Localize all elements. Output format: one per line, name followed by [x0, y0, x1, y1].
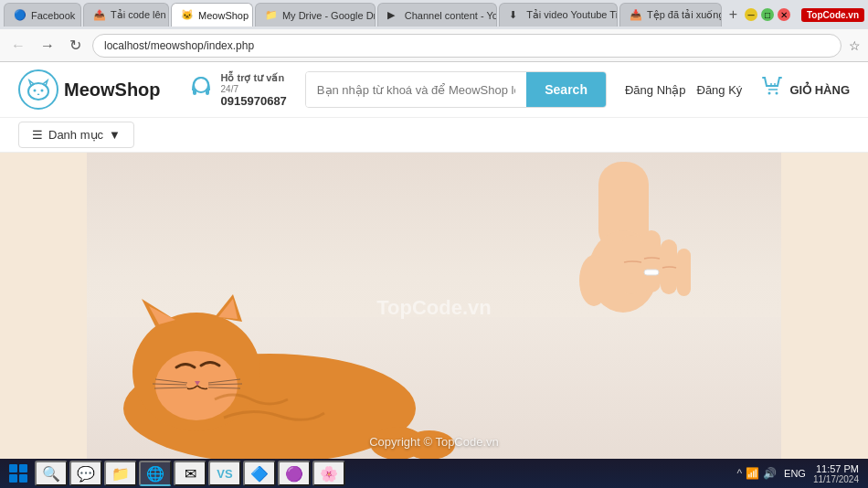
search-input[interactable]	[306, 72, 526, 107]
taskbar-app4-button[interactable]: 🌸	[312, 461, 345, 486]
svg-point-11	[770, 83, 772, 85]
tab-favicon-youtube: ▶	[387, 9, 400, 22]
svg-rect-34	[677, 249, 691, 296]
svg-point-10	[776, 92, 778, 95]
site-header: MeowShop Hỗ trợ tư vấn 24/7 0915970687 S…	[0, 62, 868, 118]
copyright-overlay: Copyright © TopCode.vn	[369, 435, 499, 449]
taskbar-app3-button[interactable]: 🟣	[278, 461, 311, 486]
taskbar-chat-button[interactable]: 💬	[69, 461, 102, 486]
taskbar-app4-icon: 🌸	[320, 465, 338, 483]
taskbar-search-icon: 🔍	[42, 465, 60, 483]
logo-area[interactable]: MeowShop	[18, 69, 161, 110]
chevron-down-icon: ▼	[109, 128, 121, 142]
address-bar: ← → ↻ ☆	[0, 29, 868, 62]
taskbar-clock: 11:57 PM	[816, 463, 859, 474]
taskbar-app2-icon: 🔷	[250, 465, 269, 483]
hero-background: TopCode.vn Copyright © TopCode.vn	[0, 153, 868, 459]
tab-youtube[interactable]: ▶ Channel content - Yo... ✕	[377, 3, 497, 27]
maximize-button[interactable]: □	[761, 8, 774, 21]
minimize-button[interactable]: ─	[745, 8, 757, 21]
taskbar-chrome-icon: 🌐	[146, 465, 164, 483]
taskbar-time-area[interactable]: 11:57 PM 11/17/2024	[813, 463, 859, 484]
taskbar-mail-button[interactable]: ✉	[174, 461, 206, 486]
svg-marker-2	[43, 80, 48, 86]
cat-scene: TopCode.vn Copyright © TopCode.vn	[87, 153, 781, 459]
address-input[interactable]	[92, 34, 842, 58]
tab-label-taivideo: Tải video Youtube Ti...	[526, 9, 618, 21]
taskbar-search-button[interactable]: 🔍	[35, 461, 68, 486]
taskbar-vscode-button[interactable]: VS	[208, 461, 241, 486]
tab-label-facebook: Facebook	[31, 10, 75, 21]
bookmark-button[interactable]: ☆	[849, 38, 861, 53]
taskbar-date: 11/17/2024	[813, 474, 859, 484]
taskbar-app2-button[interactable]: 🔷	[243, 461, 276, 486]
logo-cat-svg	[25, 76, 52, 103]
tab-facebook[interactable]: 🔵 Facebook ✕	[4, 3, 81, 27]
svg-point-3	[34, 90, 37, 92]
tab-favicon-taivideo: ⬇	[509, 9, 522, 22]
support-area: Hỗ trợ tư vấn 24/7 0915970687	[188, 72, 287, 108]
category-nav: ☰ Danh mục ▼	[0, 118, 868, 153]
window-controls: ─ □ ✕ TopCode.vn	[745, 8, 864, 22]
browser-chrome: 🔵 Facebook ✕ 📤 Tải code lên ✕ 🐱 MeowShop…	[0, 0, 868, 62]
tab-label-taicode: Tải code lên	[111, 9, 166, 21]
taskbar-system-icons: ^ 📶 🔊	[736, 467, 777, 480]
svg-point-4	[41, 90, 44, 92]
tab-label-youtube: Channel content - Yo...	[405, 10, 497, 21]
website-content: MeowShop Hỗ trợ tư vấn 24/7 0915970687 S…	[0, 62, 868, 459]
new-tab-button[interactable]: +	[724, 3, 743, 27]
svg-rect-36	[644, 270, 659, 275]
close-button[interactable]: ✕	[778, 8, 790, 21]
taskbar-arrow-icon[interactable]: ^	[736, 467, 742, 480]
start-button[interactable]	[4, 462, 33, 484]
taskbar-explorer-button[interactable]: 📁	[104, 461, 137, 486]
windows-logo-icon	[9, 464, 27, 483]
forward-button[interactable]: →	[37, 36, 58, 56]
support-label: Hỗ trợ tư vấn	[221, 72, 287, 84]
back-button[interactable]: ←	[7, 36, 29, 56]
tab-label-mydrive: My Drive - Google Dr...	[282, 10, 376, 21]
tab-bar: 🔵 Facebook ✕ 📤 Tải code lên ✕ 🐱 MeowShop…	[0, 0, 868, 29]
svg-point-9	[768, 92, 771, 95]
taskbar-app3-icon: 🟣	[285, 465, 303, 483]
reload-button[interactable]: ↻	[66, 35, 85, 56]
category-button[interactable]: ☰ Danh mục ▼	[18, 122, 134, 148]
cart-area[interactable]: GIỎ HÀNG	[760, 75, 850, 104]
tab-taicode[interactable]: 📤 Tải code lên ✕	[83, 3, 169, 27]
tab-mydrive[interactable]: 📁 My Drive - Google Dr... ✕	[255, 3, 376, 27]
support-hours: 24/7	[221, 84, 287, 94]
taskbar: 🔍 💬 📁 🌐 ✉ VS 🔷 🟣 🌸 ^ 📶 🔊 ENG 11:57 PM 11…	[0, 459, 868, 488]
cart-icon-wrap	[760, 75, 784, 104]
category-label: Danh mục	[48, 128, 103, 142]
tab-favicon-downloads: 📥	[630, 9, 642, 22]
taskbar-explorer-icon: 📁	[111, 465, 130, 483]
tab-downloads[interactable]: 📥 Tệp đã tải xuống ✕	[619, 3, 722, 27]
tab-meowshop[interactable]: 🐱 MeowShop ✕	[171, 3, 253, 27]
login-link[interactable]: Đăng Nhập	[625, 83, 686, 97]
tab-favicon-meowshop: 🐱	[181, 9, 194, 22]
taskbar-vscode-icon: VS	[217, 467, 232, 481]
header-right: Đăng Nhập Đăng Ký	[625, 75, 850, 104]
taskbar-network-icon[interactable]: 📶	[746, 467, 759, 480]
tab-favicon-taicode: 📤	[93, 9, 106, 22]
taskbar-chrome-button[interactable]: 🌐	[139, 461, 172, 486]
svg-marker-5	[37, 93, 40, 95]
taskbar-language[interactable]: ENG	[784, 468, 806, 479]
topcode-logo: TopCode.vn	[801, 8, 864, 22]
logo-text: MeowShop	[64, 80, 161, 101]
headphone-icon	[188, 74, 214, 105]
hero-section: TopCode.vn Copyright © TopCode.vn	[0, 153, 868, 459]
search-button[interactable]: Search	[526, 72, 606, 107]
support-text: Hỗ trợ tư vấn 24/7 0915970687	[221, 72, 287, 108]
hand-svg	[544, 162, 708, 381]
svg-point-12	[774, 83, 776, 85]
svg-point-35	[579, 255, 609, 306]
tab-label-meowshop: MeowShop	[198, 10, 249, 21]
cat-svg	[87, 207, 544, 459]
svg-rect-32	[642, 230, 661, 292]
taskbar-volume-icon[interactable]: 🔊	[763, 467, 777, 480]
tab-favicon-mydrive: 📁	[265, 9, 278, 22]
cart-icon	[760, 80, 784, 103]
register-link[interactable]: Đăng Ký	[697, 83, 743, 97]
tab-taivideo[interactable]: ⬇ Tải video Youtube Ti... ✕	[499, 3, 618, 27]
